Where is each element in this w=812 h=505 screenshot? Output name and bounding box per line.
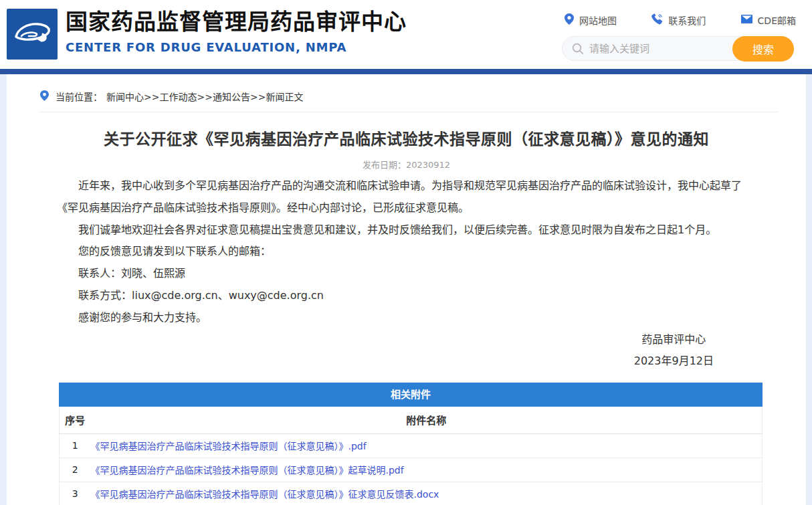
attachment-no: 3 bbox=[60, 482, 91, 505]
cde-logo[interactable] bbox=[7, 9, 58, 60]
publish-date: 发布日期：20230912 bbox=[7, 158, 806, 171]
article-title: 关于公开征求《罕见病基因治疗产品临床试验技术指导原则（征求意见稿）》意见的通知 bbox=[40, 126, 773, 149]
attachments-title: 相关附件 bbox=[59, 383, 763, 407]
quick-links: 网站地图 联系我们 CDE邮箱 bbox=[562, 13, 796, 27]
table-row: 3 《罕见病基因治疗产品临床试验技术指导原则（征求意见稿）》征求意见反馈表.do… bbox=[60, 482, 763, 505]
site-header: 国家药品监督管理局药品审评中心 CENTER FOR DRUG EVALUATI… bbox=[0, 0, 812, 69]
signature-date: 2023年9月12日 bbox=[634, 350, 714, 373]
column-header-name: 附件名称 bbox=[91, 407, 763, 433]
main-background: 当前位置：新闻中心>>工作动态>>通知公告>>新闻正文 关于公开征求《罕见病基因… bbox=[0, 74, 812, 505]
sitemap-link[interactable]: 网站地图 bbox=[565, 13, 617, 27]
mail-link-label: CDE邮箱 bbox=[758, 13, 796, 27]
search-input[interactable] bbox=[589, 37, 730, 60]
breadcrumb-label: 当前位置： bbox=[56, 90, 102, 103]
attachments-table: 序号 附件名称 1 《罕见病基因治疗产品临床试验技术指导原则（征求意见稿）》.p… bbox=[59, 407, 763, 505]
signature-org: 药品审评中心 bbox=[634, 329, 714, 351]
attachment-no: 2 bbox=[60, 458, 91, 482]
header-right: 网站地图 联系我们 CDE邮箱 bbox=[562, 0, 796, 61]
paragraph: 我们诚挚地欢迎社会各界对征求意见稿提出宝贵意见和建议，并及时反馈给我们，以便后续… bbox=[57, 219, 760, 241]
breadcrumb-pin-icon bbox=[40, 90, 49, 103]
search-button[interactable]: 搜索 bbox=[732, 36, 794, 62]
site-title-en: CENTER FOR DRUG EVALUATION, NMPA bbox=[66, 40, 407, 54]
search-icon bbox=[572, 43, 584, 58]
attachments-section: 相关附件 序号 附件名称 1 《罕见病基因治疗产品临床试验技术指导原则（征求意见… bbox=[59, 383, 763, 505]
sitemap-link-label: 网站地图 bbox=[579, 13, 617, 27]
breadcrumb-path[interactable]: 新闻中心>>工作动态>>通知公告>>新闻正文 bbox=[106, 90, 303, 103]
table-row: 2 《罕见病基因治疗产品临床试验技术指导原则（征求意见稿）》起草说明.pdf bbox=[60, 458, 763, 482]
nav-strip bbox=[0, 69, 812, 74]
site-title-cn: 国家药品监督管理局药品审评中心 bbox=[66, 6, 407, 38]
breadcrumb: 当前位置：新闻中心>>工作动态>>通知公告>>新闻正文 bbox=[40, 90, 806, 103]
search-bar: 搜索 bbox=[562, 36, 794, 61]
site-titles: 国家药品监督管理局药品审评中心 CENTER FOR DRUG EVALUATI… bbox=[66, 6, 407, 54]
attachment-link[interactable]: 《罕见病基因治疗产品临床试验技术指导原则（征求意见稿）》起草说明.pdf bbox=[91, 465, 404, 476]
article-body: 近年来，我中心收到多个罕见病基因治疗产品的沟通交流和临床试验申请。为指导和规范罕… bbox=[57, 175, 760, 329]
table-row: 1 《罕见病基因治疗产品临床试验技术指导原则（征求意见稿）》.pdf bbox=[60, 433, 763, 458]
phone-icon bbox=[651, 13, 663, 27]
mail-link[interactable]: CDE邮箱 bbox=[741, 13, 796, 27]
attachment-link[interactable]: 《罕见病基因治疗产品临床试验技术指导原则（征求意见稿）》.pdf bbox=[91, 441, 367, 451]
signature-block: 药品审评中心 2023年9月12日 bbox=[634, 329, 714, 373]
content-page: 当前位置：新闻中心>>工作动态>>通知公告>>新闻正文 关于公开征求《罕见病基因… bbox=[7, 74, 806, 505]
breadcrumb-divider bbox=[39, 112, 778, 112]
paragraph: 感谢您的参与和大力支持。 bbox=[57, 307, 760, 329]
contact-link-label: 联系我们 bbox=[668, 13, 706, 27]
attachment-link[interactable]: 《罕见病基因治疗产品临床试验技术指导原则（征求意见稿）》征求意见反馈表.docx bbox=[91, 489, 439, 500]
paragraph: 联系人：刘晓、伍熙源 bbox=[57, 263, 760, 285]
location-pin-icon bbox=[565, 13, 574, 27]
attachment-no: 1 bbox=[60, 433, 91, 458]
page: 国家药品监督管理局药品审评中心 CENTER FOR DRUG EVALUATI… bbox=[0, 0, 812, 505]
paragraph: 联系方式：liux@cde.org.cn、wuxy@cde.org.cn bbox=[57, 285, 760, 307]
paragraph: 您的反馈意见请发到以下联系人的邮箱： bbox=[57, 241, 760, 263]
contact-link[interactable]: 联系我们 bbox=[651, 13, 706, 27]
paragraph: 近年来，我中心收到多个罕见病基因治疗产品的沟通交流和临床试验申请。为指导和规范罕… bbox=[57, 175, 760, 219]
column-header-no: 序号 bbox=[60, 407, 91, 433]
envelope-icon bbox=[741, 15, 752, 25]
